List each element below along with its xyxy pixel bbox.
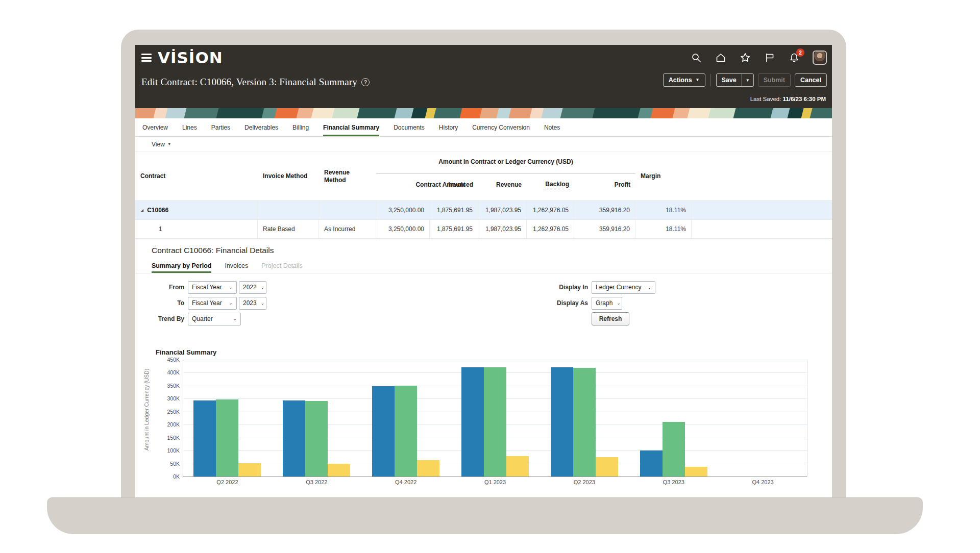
chevron-down-icon: ⌄ <box>257 285 265 290</box>
tab-overview[interactable]: Overview <box>142 118 168 136</box>
page: VİSİON <box>0 0 980 553</box>
table-header: Amount in Contract or Ledger Currency (U… <box>135 152 832 201</box>
bar-invoiced-q1-2023[interactable] <box>461 367 484 476</box>
collapse-icon[interactable]: ◢ <box>140 208 143 213</box>
decorative-banner <box>135 108 832 118</box>
col-profit: Profit <box>574 152 635 200</box>
bar-invoiced-q3-2023[interactable] <box>640 450 663 476</box>
tab-billing[interactable]: Billing <box>292 118 309 136</box>
main-tabbar: Overview Lines Parties Deliverables Bill… <box>135 118 832 137</box>
chevron-down-icon: ⌄ <box>229 316 237 321</box>
bar-profit-q3-2023[interactable] <box>685 467 707 476</box>
subtab-summary-by-period[interactable]: Summary by Period <box>152 258 211 273</box>
search-icon[interactable] <box>690 52 702 64</box>
y-tick-label: 100K <box>167 447 180 454</box>
table-row-line-1[interactable]: 1 Rate Based As Incurred 3,250,000.00 1,… <box>135 220 832 239</box>
y-tick-label: 200K <box>167 421 180 428</box>
notification-badge: 2 <box>796 48 804 57</box>
actions-button[interactable]: Actions▼ <box>663 73 705 87</box>
bar-group-q3-2022: Q3 2022 <box>272 360 361 476</box>
bar-invoiced-q3-2022[interactable] <box>283 400 305 476</box>
notifications-bell-icon[interactable]: 2 <box>788 52 800 64</box>
save-menu-caret-icon[interactable]: ▼ <box>742 74 753 86</box>
favorites-star-icon[interactable] <box>739 52 751 64</box>
bar-revenue-q3-2022[interactable] <box>305 401 328 476</box>
x-tick-label: Q3 2022 <box>272 479 361 485</box>
tab-financial-summary[interactable]: Financial Summary <box>323 118 379 136</box>
to-type-select[interactable]: Fiscal Year⌄ <box>188 297 237 310</box>
bar-group-q2-2022: Q2 2022 <box>183 360 272 476</box>
subtab-invoices[interactable]: Invoices <box>225 258 248 273</box>
y-tick-label: 450K <box>167 357 180 363</box>
display-as-select[interactable]: Graph⌄ <box>592 297 622 310</box>
bar-revenue-q4-2022[interactable] <box>395 386 417 476</box>
flag-icon[interactable] <box>764 52 776 64</box>
x-tick-label: Q3 2023 <box>629 479 718 485</box>
tab-history[interactable]: History <box>439 118 458 136</box>
table-row-contract[interactable]: ◢C10066 3,250,000.00 1,875,691.95 1,987,… <box>135 201 832 220</box>
refresh-button[interactable]: Refresh <box>592 312 629 325</box>
chevron-down-icon: ⌄ <box>643 285 651 290</box>
help-icon[interactable]: ? <box>361 78 370 86</box>
save-button[interactable]: Save <box>717 74 742 86</box>
chart-y-ticks: 0K50K100K150K200K250K300K350K400K450K <box>135 360 180 476</box>
trend-by-label: Trend By <box>151 315 184 322</box>
tab-documents[interactable]: Documents <box>394 118 425 136</box>
banner-segment <box>184 108 221 118</box>
tab-deliverables[interactable]: Deliverables <box>244 118 278 136</box>
tab-notes[interactable]: Notes <box>544 118 560 136</box>
avatar[interactable] <box>813 51 827 65</box>
banner-segment <box>592 108 643 118</box>
from-label: From <box>151 284 184 291</box>
tab-parties[interactable]: Parties <box>211 118 230 136</box>
chevron-down-icon: ⌄ <box>225 285 233 290</box>
subtab-project-details: Project Details <box>261 258 303 273</box>
bar-revenue-q2-2022[interactable] <box>216 399 238 476</box>
display-in-select[interactable]: Ledger Currency⌄ <box>592 281 655 294</box>
view-menu[interactable]: View▼ <box>152 141 172 148</box>
x-tick-label: Q4 2023 <box>718 479 807 485</box>
to-label: To <box>151 299 184 307</box>
bar-profit-q4-2022[interactable] <box>417 460 439 476</box>
banner-segment <box>216 108 266 118</box>
tab-lines[interactable]: Lines <box>182 118 197 136</box>
trend-by-select[interactable]: Quarter⌄ <box>188 313 241 325</box>
y-tick-label: 400K <box>167 369 180 375</box>
to-year-select[interactable]: 2023⌄ <box>239 297 266 310</box>
y-tick-label: 250K <box>167 409 180 415</box>
bar-profit-q3-2022[interactable] <box>328 464 350 476</box>
banner-segment <box>810 108 832 118</box>
financial-summary-chart: Financial Summary Amount in Ledger Curre… <box>135 346 832 486</box>
col-margin: Margin <box>635 152 692 200</box>
chart-bar-groups: Q2 2022Q3 2022Q4 2022Q1 2023Q2 2023Q3 20… <box>183 360 807 476</box>
bar-invoiced-q4-2022[interactable] <box>372 386 395 476</box>
app-window: VİSİON <box>135 45 832 497</box>
display-in-label: Display In <box>554 284 588 291</box>
menu-icon[interactable] <box>141 54 152 62</box>
col-backlog: Backlog <box>527 152 574 200</box>
bar-invoiced-q2-2022[interactable] <box>193 400 216 476</box>
col-invoiced: Invoiced <box>430 152 478 200</box>
home-icon[interactable] <box>715 52 727 64</box>
bar-group-q2-2023: Q2 2023 <box>540 360 629 476</box>
from-type-select[interactable]: Fiscal Year⌄ <box>188 281 237 294</box>
bar-invoiced-q2-2023[interactable] <box>551 367 573 476</box>
divider <box>710 74 711 86</box>
bar-revenue-q1-2023[interactable] <box>484 367 506 476</box>
bar-profit-q2-2022[interactable] <box>238 463 261 476</box>
bar-profit-q1-2023[interactable] <box>506 456 529 476</box>
banner-segment <box>560 108 597 118</box>
bar-profit-q2-2023[interactable] <box>596 457 618 476</box>
y-tick-label: 0K <box>173 473 180 480</box>
last-saved: Last Saved: 11/6/23 6:30 PM <box>750 96 826 102</box>
tab-currency-conversion[interactable]: Currency Conversion <box>472 118 530 136</box>
y-tick-label: 50K <box>170 461 180 467</box>
save-split-button: Save ▼ <box>716 73 754 87</box>
caret-down-icon: ▼ <box>167 142 172 146</box>
cancel-button[interactable]: Cancel <box>795 73 827 87</box>
bar-revenue-q2-2023[interactable] <box>573 368 596 476</box>
x-tick-label: Q1 2023 <box>451 479 540 485</box>
app-header: VİSİON <box>135 45 832 108</box>
bar-revenue-q3-2023[interactable] <box>663 422 685 476</box>
from-year-select[interactable]: 2022⌄ <box>239 281 266 294</box>
